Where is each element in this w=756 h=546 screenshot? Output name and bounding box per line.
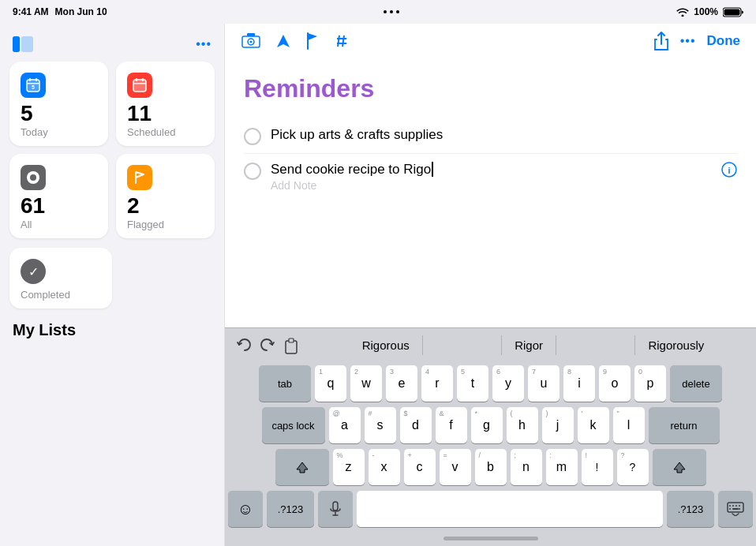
status-time: 9:41 AM (13, 6, 49, 17)
key-w[interactable]: 2w (350, 365, 382, 402)
my-lists-header: My Lists (9, 318, 215, 339)
key-e[interactable]: 3e (386, 365, 417, 402)
suggestion-2[interactable]: Rigorously (634, 335, 717, 355)
panel-icon[interactable] (13, 36, 33, 52)
key-exclaim[interactable]: !! (582, 449, 613, 485)
return-key[interactable]: return (649, 407, 720, 443)
svg-rect-7 (29, 78, 31, 81)
flagged-label: Flagged (127, 219, 204, 230)
smart-list-all[interactable]: 61 All (9, 154, 108, 238)
key-h[interactable]: (h (507, 407, 538, 443)
undo-button[interactable] (233, 335, 255, 357)
caps-lock-key[interactable]: caps lock (262, 407, 325, 443)
status-bar-center (384, 10, 399, 13)
content-area: Reminders Pick up arts & crafts supplies… (225, 58, 756, 327)
key-d[interactable]: $d (400, 407, 432, 443)
key-a[interactable]: @a (329, 407, 361, 443)
svg-rect-1 (724, 9, 739, 15)
smart-lists-grid: 5 5 Today 11 Scheduled (9, 62, 215, 238)
space-key[interactable] (357, 491, 663, 527)
key-s[interactable]: #s (365, 407, 396, 443)
key-b[interactable]: /b (475, 449, 507, 485)
toolbar-left (241, 32, 350, 50)
delete-key[interactable]: delete (670, 365, 722, 402)
today-label: Today (21, 126, 97, 138)
key-q[interactable]: 1q (315, 365, 346, 402)
keyboard-hide-key[interactable] (718, 491, 753, 527)
redo-button[interactable] (256, 335, 279, 357)
numbers-key[interactable]: .?123 (267, 491, 314, 527)
suggestion-0[interactable]: Rigorous (350, 335, 423, 355)
done-button[interactable]: Done (707, 33, 741, 49)
shift-left-key[interactable] (275, 449, 329, 485)
svg-rect-11 (133, 80, 146, 92)
paste-button[interactable] (280, 335, 302, 357)
svg-rect-8 (36, 78, 37, 81)
key-x[interactable]: -x (369, 449, 400, 485)
sidebar-ellipsis[interactable]: ••• (196, 37, 211, 51)
microphone-key[interactable] (318, 491, 353, 527)
reminder-item-2[interactable]: Send cookie recipe to Rigo Add Note i (244, 154, 737, 192)
svg-rect-14 (142, 78, 144, 81)
key-f[interactable]: &f (436, 407, 467, 443)
sidebar: ••• 5 5 Today (0, 24, 225, 546)
key-o[interactable]: 9o (599, 365, 631, 402)
key-i[interactable]: 8i (563, 365, 595, 402)
smart-list-flagged[interactable]: 2 Flagged (116, 154, 215, 238)
reminder-item-1[interactable]: Pick up arts & crafts supplies (244, 119, 737, 154)
key-question[interactable]: ?? (617, 449, 649, 485)
key-z[interactable]: %z (333, 449, 365, 485)
key-u[interactable]: 7u (528, 365, 560, 402)
key-k[interactable]: 'k (578, 407, 609, 443)
shift-right-key[interactable] (653, 449, 706, 485)
flag-toolbar-icon[interactable] (305, 32, 320, 50)
key-y[interactable]: 6y (492, 365, 524, 402)
hashtag-icon[interactable] (334, 33, 350, 49)
scan-icon[interactable] (241, 33, 261, 49)
svg-text:i: i (728, 166, 730, 175)
tab-key[interactable]: tab (259, 365, 311, 402)
wifi-icon (676, 7, 689, 17)
svg-rect-3 (21, 36, 33, 52)
key-n[interactable]: ;n (511, 449, 542, 485)
key-j[interactable]: )j (542, 407, 574, 443)
info-icon[interactable]: i (721, 162, 737, 181)
home-indicator (443, 537, 538, 540)
add-note[interactable]: Add Note (271, 179, 712, 192)
toolbar-right: ••• Done (653, 32, 740, 50)
location-icon[interactable] (275, 33, 291, 49)
dot3 (396, 10, 399, 13)
share-icon[interactable] (653, 32, 669, 50)
svg-line-25 (338, 36, 339, 47)
reminder-2-circle[interactable] (244, 163, 261, 180)
numbers-key-right[interactable]: .?123 (667, 491, 714, 527)
completed-card[interactable]: ✓ Completed (9, 248, 112, 309)
battery-icon (723, 7, 743, 17)
key-m[interactable]: :m (546, 449, 578, 485)
emoji-key[interactable]: ☺ (228, 491, 263, 527)
key-t[interactable]: 5t (457, 365, 488, 402)
svg-rect-4 (13, 36, 20, 52)
key-c[interactable]: +c (404, 449, 436, 485)
key-g[interactable]: *g (471, 407, 503, 443)
keyboard: tab 1q 2w 3e 4r 5t 6y 7u 8i 9o 0p delete… (225, 362, 756, 530)
smart-list-today[interactable]: 5 5 Today (9, 62, 108, 146)
reminder-1-circle[interactable] (244, 128, 261, 145)
status-bar-right: 100% (676, 6, 743, 17)
svg-rect-19 (247, 33, 255, 36)
key-row-4: ☺ .?123 .?123 (228, 491, 753, 527)
svg-point-21 (250, 41, 253, 43)
key-r[interactable]: 4r (421, 365, 453, 402)
key-v[interactable]: =v (440, 449, 471, 485)
toolbar-ellipsis[interactable]: ••• (680, 34, 696, 48)
status-date: Mon Jun 10 (55, 6, 107, 17)
key-l[interactable]: "l (613, 407, 645, 443)
autocomplete-suggestions: Rigorous Rigor Rigorously (310, 335, 756, 355)
suggestion-1[interactable]: Rigor (501, 335, 556, 355)
completed-icon: ✓ (21, 259, 46, 284)
reminders-title: Reminders (244, 74, 737, 103)
key-p[interactable]: 0p (634, 365, 666, 402)
sidebar-header: ••• (9, 33, 215, 52)
smart-list-scheduled[interactable]: 11 Scheduled (116, 62, 215, 146)
autocomplete-bar: Rigorous Rigor Rigorously (225, 327, 756, 362)
